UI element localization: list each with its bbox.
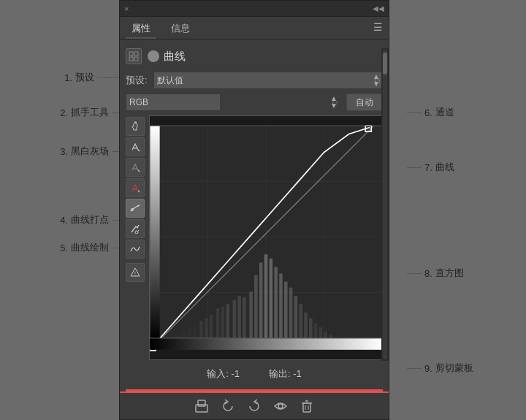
annotation-5: 5. 曲线绘制	[60, 241, 119, 254]
outer-wrapper: 1. 预设 2. 抓手工具 3. 黑白灰场 4. 曲线打点 5. 曲线绘制	[0, 0, 526, 420]
ann2-num: 2.	[60, 107, 68, 118]
ann2-line	[112, 112, 119, 113]
channel-row: RGB ▲▼ 自动	[126, 93, 383, 111]
svg-rect-29	[279, 273, 283, 341]
ann5-label: 曲线绘制	[71, 241, 109, 254]
black-point-btn[interactable]	[126, 137, 145, 156]
tab-info[interactable]: 信息	[165, 20, 196, 39]
ann5-line	[112, 248, 119, 248]
ann8-line	[407, 273, 422, 274]
preset-row: 预设: 默认值 ▲▼	[126, 72, 383, 89]
svg-rect-45	[216, 308, 220, 341]
svg-rect-42	[233, 300, 237, 342]
gray-point-icon	[130, 183, 140, 193]
ann1-line	[97, 77, 119, 78]
grab-tool-btn[interactable]	[126, 117, 145, 136]
titlebar-left: ×	[124, 4, 129, 13]
next-state-btn[interactable]	[245, 397, 263, 415]
warning-btn[interactable]: !	[126, 263, 145, 282]
curves-title: 曲线	[164, 50, 186, 64]
smooth-btn[interactable]	[126, 240, 145, 259]
scrollbar-knob	[383, 53, 387, 75]
ann9-line	[407, 368, 422, 369]
scrollbar-track	[383, 50, 387, 359]
annotation-9: 9. 剪切蒙板	[407, 362, 473, 375]
previous-state-btn[interactable]	[219, 397, 237, 415]
svg-rect-26	[264, 254, 268, 341]
io-row: 输入: -1 输出: -1	[126, 364, 383, 383]
ann7-label: 曲线	[435, 161, 454, 174]
svg-rect-64	[150, 338, 382, 350]
curves-panel: × ◀◀ 属性 信息 ☰	[119, 0, 389, 420]
ann6-line	[407, 112, 422, 113]
ann3-num: 3.	[60, 146, 68, 157]
svg-rect-70	[303, 403, 310, 412]
ann4-line	[112, 220, 119, 221]
panel-menu-icon[interactable]: ☰	[373, 21, 383, 33]
svg-rect-32	[294, 296, 298, 341]
tools-sidebar: !	[126, 115, 146, 360]
svg-rect-0	[129, 52, 133, 56]
annotation-3: 3. 黑白灰场	[60, 145, 119, 158]
ann6-text: 6.	[424, 107, 432, 118]
panel-titlebar: × ◀◀	[120, 1, 389, 17]
svg-point-69	[278, 404, 283, 408]
white-point-btn[interactable]	[126, 158, 145, 177]
svg-rect-31	[289, 288, 293, 342]
svg-rect-47	[226, 304, 229, 341]
ann7-line	[407, 167, 422, 168]
visibility-btn[interactable]	[272, 397, 289, 415]
bottom-toolbar	[120, 392, 389, 419]
panel-scrollbar[interactable]	[381, 48, 389, 361]
next-state-icon	[247, 399, 262, 413]
svg-line-9	[138, 170, 140, 172]
ann4-num: 4.	[60, 215, 68, 226]
svg-rect-3	[134, 57, 138, 61]
panel-content: 曲线 预设: 默认值 ▲▼ RGB ▲▼	[120, 39, 389, 389]
svg-rect-1	[129, 57, 133, 61]
curves-panel-icon	[126, 48, 142, 64]
white-point-icon	[130, 162, 140, 172]
svg-rect-46	[221, 307, 225, 342]
left-annotations: 1. 预设 2. 抓手工具 3. 黑白灰场 4. 曲线打点 5. 曲线绘制	[0, 0, 119, 420]
svg-rect-33	[299, 304, 302, 341]
ann7-num: 7.	[424, 162, 432, 173]
gray-point-btn[interactable]	[126, 178, 145, 197]
ann6-label: 通道	[435, 106, 454, 119]
grab-tool-icon	[130, 121, 140, 131]
ann5-num: 5.	[60, 243, 68, 253]
svg-rect-50	[210, 315, 213, 341]
svg-rect-68	[198, 400, 205, 406]
auto-button[interactable]: 自动	[346, 93, 383, 111]
output-value: 输出: -1	[269, 367, 302, 381]
ann8-label: 直方图	[435, 267, 464, 280]
svg-line-7	[138, 150, 140, 151]
svg-rect-23	[249, 291, 253, 341]
preset-select[interactable]: 默认值	[153, 72, 383, 89]
svg-rect-34	[304, 313, 308, 342]
double-arrow-icon[interactable]: ◀◀	[373, 4, 384, 12]
graph-svg	[150, 116, 382, 359]
close-icon[interactable]: ×	[124, 4, 129, 13]
tools-and-graph-area: !	[126, 115, 383, 360]
input-value: 输入: -1	[207, 367, 240, 381]
annotation-4: 4. 曲线打点	[60, 213, 119, 226]
tab-properties[interactable]: 属性	[126, 20, 156, 39]
svg-rect-65	[150, 126, 160, 338]
smooth-icon	[130, 244, 140, 254]
annotation-7: 7. 曲线	[407, 161, 454, 174]
panel-tabs: 属性 信息 ☰	[120, 17, 389, 39]
channel-select-wrapper: RGB ▲▼	[126, 93, 340, 111]
preset-select-wrapper: 默认值 ▲▼	[153, 72, 383, 89]
ann3-label: 黑白灰场	[71, 145, 109, 158]
svg-rect-28	[274, 267, 278, 341]
channel-select[interactable]: RGB	[126, 93, 221, 111]
curve-draw-btn[interactable]	[126, 219, 145, 238]
svg-text:!: !	[134, 271, 136, 276]
clip-to-layer-btn[interactable]	[193, 397, 210, 415]
curve-point-btn[interactable]	[126, 199, 145, 218]
svg-rect-25	[259, 263, 263, 342]
delete-btn[interactable]	[298, 397, 316, 415]
prev-state-icon	[221, 399, 235, 413]
graph-area	[149, 115, 383, 360]
